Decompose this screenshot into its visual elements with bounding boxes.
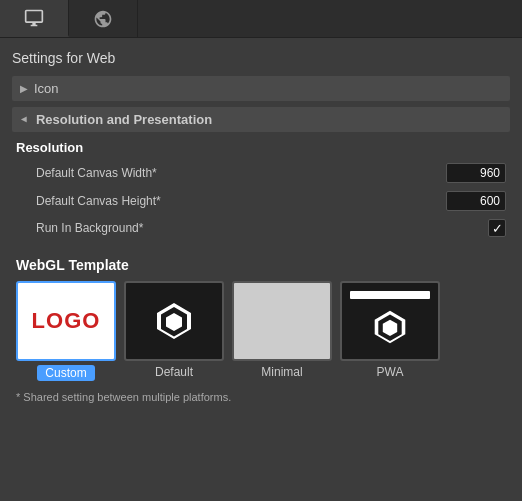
settings-title: Settings for Web: [12, 48, 510, 68]
tab-web[interactable]: [69, 0, 138, 37]
main-content: Settings for Web ▶ Icon ▼ Resolution and…: [0, 38, 522, 417]
icon-section-header[interactable]: ▶ Icon: [12, 76, 510, 101]
resolution-section-label: Resolution and Presentation: [36, 112, 212, 127]
template-label-minimal: Minimal: [261, 365, 302, 379]
unity-logo-default: [154, 301, 194, 341]
unity-logo-pwa: [372, 309, 408, 345]
footer-note: * Shared setting between multiple platfo…: [12, 387, 510, 407]
pwa-logo: [372, 309, 408, 348]
canvas-height-row: Default Canvas Height*: [16, 189, 506, 213]
canvas-height-label: Default Canvas Height*: [36, 194, 446, 208]
canvas-width-label: Default Canvas Width*: [36, 166, 446, 180]
template-label-default: Default: [155, 365, 193, 379]
template-thumb-minimal: [232, 281, 332, 361]
resolution-section-arrow: ▼: [19, 115, 30, 125]
template-label-pwa: PWA: [377, 365, 404, 379]
templates-row: LOGO Custom Default Minimal: [12, 281, 510, 381]
monitor-icon: [24, 8, 44, 28]
template-thumb-pwa: [340, 281, 440, 361]
run-in-background-label: Run In Background*: [36, 221, 488, 235]
template-label-custom: Custom: [37, 365, 94, 381]
run-in-background-checkbox[interactable]: ✓: [488, 219, 506, 237]
template-thumb-default: [124, 281, 224, 361]
icon-section-label: Icon: [34, 81, 59, 96]
icon-section: ▶ Icon: [12, 76, 510, 101]
canvas-height-input[interactable]: [446, 191, 506, 211]
run-in-background-row: Run In Background* ✓: [16, 217, 506, 239]
canvas-width-input[interactable]: [446, 163, 506, 183]
template-item-pwa[interactable]: PWA: [340, 281, 440, 381]
resolution-section-body: Resolution Default Canvas Width* Default…: [12, 132, 510, 247]
canvas-width-row: Default Canvas Width*: [16, 161, 506, 185]
template-item-minimal[interactable]: Minimal: [232, 281, 332, 381]
template-item-custom[interactable]: LOGO Custom: [16, 281, 116, 381]
web-icon: [93, 9, 113, 29]
resolution-section: ▼ Resolution and Presentation Resolution…: [12, 107, 510, 247]
webgl-template-title: WebGL Template: [16, 257, 510, 273]
tab-monitor[interactable]: [0, 0, 69, 37]
template-thumb-custom: LOGO: [16, 281, 116, 361]
tab-bar: [0, 0, 522, 38]
icon-section-arrow: ▶: [20, 83, 28, 94]
pwa-bar: [350, 291, 430, 299]
resolution-section-header[interactable]: ▼ Resolution and Presentation: [12, 107, 510, 132]
custom-logo-text: LOGO: [32, 308, 101, 334]
template-item-default[interactable]: Default: [124, 281, 224, 381]
resolution-subsection-title: Resolution: [16, 140, 506, 155]
